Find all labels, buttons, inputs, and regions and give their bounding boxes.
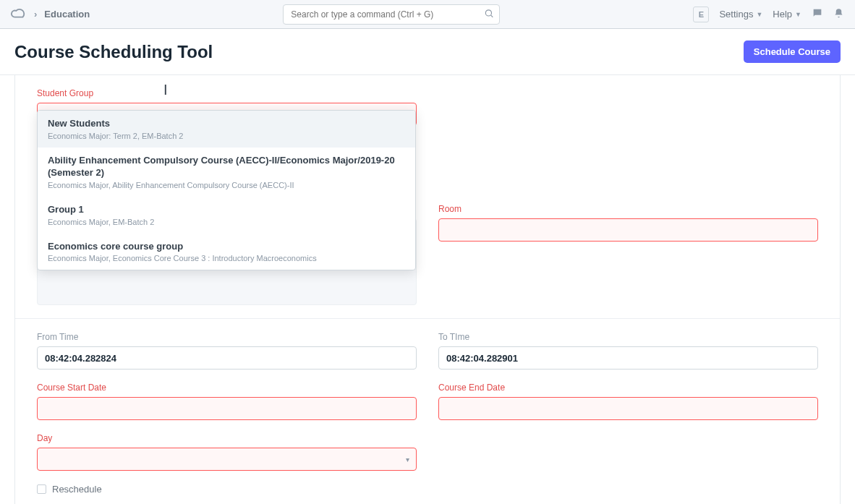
page-head: Course Scheduling Tool Schedule Course	[0, 29, 855, 75]
dropdown-option-sub: Economics Major, Ability Enhancement Com…	[48, 181, 405, 189]
student-group-field: Student Group I New Students Economics M…	[37, 88, 417, 126]
chat-icon[interactable]	[812, 7, 823, 21]
from-time-input[interactable]	[37, 346, 417, 370]
dropdown-option[interactable]: Group 1 Economics Major, EM-Batch 2	[38, 197, 415, 234]
dropdown-option-sub: Economics Major: Term 2, EM-Batch 2	[48, 132, 405, 140]
help-label: Help	[773, 9, 792, 20]
dropdown-option[interactable]: Economics core course group Economics Ma…	[38, 234, 415, 270]
to-time-label: To TIme	[438, 332, 818, 342]
navbar: › Education E Settings ▼ Help ▼	[0, 0, 855, 29]
to-time-field: To TIme	[438, 332, 818, 370]
course-start-date-input[interactable]	[37, 397, 417, 420]
app-logo-icon[interactable]	[11, 7, 27, 22]
dropdown-option-title: Economics core course group	[48, 241, 405, 253]
dropdown-option-sub: Economics Major, EM-Batch 2	[48, 218, 405, 226]
day-field: Day ▾	[37, 433, 417, 471]
day-select[interactable]	[37, 448, 417, 471]
page-title: Course Scheduling Tool	[14, 42, 213, 62]
breadcrumb-education[interactable]: Education	[44, 9, 90, 20]
course-start-date-label: Course Start Date	[37, 383, 417, 393]
student-group-label: Student Group	[37, 88, 417, 98]
course-end-date-input[interactable]	[438, 397, 818, 420]
course-start-date-field: Course Start Date	[37, 383, 417, 420]
dropdown-option[interactable]: Ability Enhancement Compulsory Course (A…	[38, 148, 415, 197]
room-label: Room	[438, 204, 818, 214]
room-input[interactable]	[438, 218, 818, 242]
svg-point-0	[486, 9, 492, 15]
user-badge[interactable]: E	[693, 7, 709, 22]
course-end-date-label: Course End Date	[438, 383, 818, 393]
caret-down-icon: ▼	[795, 11, 801, 18]
reschedule-checkbox-row[interactable]: Reschedule	[37, 484, 417, 495]
dropdown-option[interactable]: New Students Economics Major: Term 2, EM…	[38, 111, 415, 148]
reschedule-checkbox[interactable]	[37, 484, 46, 494]
help-menu[interactable]: Help ▼	[773, 9, 801, 20]
from-time-field: From Time	[37, 332, 417, 370]
course-end-date-field: Course End Date	[438, 383, 818, 420]
dropdown-option-title: Ability Enhancement Compulsory Course (A…	[48, 155, 405, 179]
form-container: Student Group I New Students Economics M…	[14, 75, 841, 504]
search-input[interactable]	[283, 4, 500, 25]
room-field: Room	[438, 204, 818, 242]
dropdown-option-title: New Students	[48, 118, 405, 130]
settings-menu[interactable]: Settings ▼	[719, 9, 762, 20]
dropdown-option-sub: Economics Major, Economics Core Course 3…	[48, 254, 405, 262]
chevron-right-icon: ›	[34, 9, 37, 20]
caret-down-icon: ▼	[756, 11, 762, 18]
dropdown-option-title: Group 1	[48, 204, 405, 216]
bell-icon[interactable]	[833, 8, 844, 21]
day-label: Day	[37, 433, 417, 443]
svg-line-1	[491, 15, 493, 17]
student-group-dropdown: New Students Economics Major: Term 2, EM…	[37, 110, 416, 270]
schedule-course-button[interactable]: Schedule Course	[744, 40, 841, 63]
reschedule-label: Reschedule	[52, 484, 102, 495]
from-time-label: From Time	[37, 332, 417, 342]
settings-label: Settings	[719, 9, 753, 20]
to-time-input[interactable]	[438, 346, 818, 370]
search-icon	[484, 8, 494, 20]
